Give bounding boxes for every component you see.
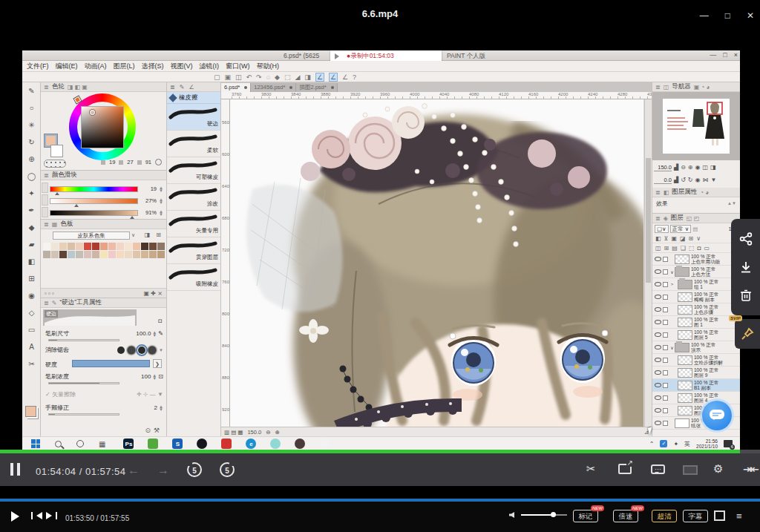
tray-chevron-icon[interactable]: ⌃ xyxy=(649,441,655,447)
layer-row[interactable]: 100 % 正常 B1 副本 xyxy=(652,379,740,392)
download-icon[interactable] xyxy=(739,260,753,274)
layer-checkbox[interactable] xyxy=(663,320,668,325)
hardness-expand-button[interactable]: ❯ xyxy=(153,359,162,368)
layer-checkbox[interactable] xyxy=(663,395,668,401)
chevron-down-icon[interactable]: ∨ xyxy=(131,232,135,238)
collapse-panel-icon[interactable]: ⇥⇤ xyxy=(743,463,757,475)
color-swatch[interactable] xyxy=(117,243,124,250)
color-swatch[interactable] xyxy=(43,251,50,258)
stepper-icon[interactable]: ▲▼ xyxy=(152,374,157,380)
slider-mode-tabs[interactable] xyxy=(42,183,48,217)
color-swatch[interactable] xyxy=(133,243,140,250)
snap-off-icon[interactable]: ∠ xyxy=(342,73,348,81)
menu-item[interactable]: 图层(L) xyxy=(114,62,135,71)
layer-thumbnail[interactable] xyxy=(675,343,689,352)
snap-curve-icon[interactable]: ∠ xyxy=(329,73,338,82)
layer-checkbox[interactable] xyxy=(663,332,668,338)
vector-erase-options[interactable]: ✛ ⊹ — ▼ xyxy=(137,391,163,398)
zoom-in-icon[interactable]: ⊕ xyxy=(688,164,693,171)
tool-property-footer-icons[interactable]: ⊙⚒ xyxy=(145,427,163,434)
layer-visibility-eye-icon[interactable] xyxy=(655,395,661,400)
menu-item[interactable]: 窗口(W) xyxy=(226,62,250,71)
color-swatch[interactable] xyxy=(51,243,59,250)
actual-size-icon[interactable]: ◨ xyxy=(710,164,716,171)
layer-checkbox[interactable] xyxy=(663,269,668,275)
forward-5s-button[interactable]: 5 xyxy=(220,462,235,477)
color-swatch[interactable] xyxy=(100,251,108,258)
layer-visibility-eye-icon[interactable] xyxy=(655,408,661,413)
text-tool-icon[interactable]: A xyxy=(22,338,41,355)
layer-thumbnail[interactable] xyxy=(678,355,692,365)
stepper-icon[interactable]: ▲▼ xyxy=(727,201,736,206)
layer-checkbox[interactable] xyxy=(663,408,668,413)
fullscreen-icon[interactable] xyxy=(714,510,725,521)
menu-item[interactable]: 动画(A) xyxy=(85,62,107,71)
fit-screen-icon[interactable]: ◫ xyxy=(703,164,709,171)
statusbar-icons[interactable]: ▥ ▤ ▦ xyxy=(224,429,243,436)
menu-item[interactable]: 滤镜(I) xyxy=(200,62,220,71)
redo-icon[interactable]: ↷ xyxy=(256,73,262,81)
layer-property-tab[interactable]: 图层属性 xyxy=(672,188,697,197)
tab-close-dot-icon[interactable] xyxy=(244,86,247,89)
deselect-icon[interactable]: ◌ xyxy=(266,73,270,81)
speaker-icon[interactable] xyxy=(335,53,342,59)
menu-item[interactable]: 编辑(E) xyxy=(56,62,78,71)
layer-visibility-eye-icon[interactable] xyxy=(655,370,661,375)
playlist-icon[interactable]: ≡ xyxy=(736,510,742,522)
layer-thumbnail[interactable] xyxy=(678,406,692,416)
notification-icon[interactable]: 6 xyxy=(724,440,733,447)
zoom-reset-icon[interactable]: ◉ xyxy=(695,164,701,171)
zoom-out-icon[interactable]: ⊖ xyxy=(266,429,270,436)
layer-row[interactable]: 100 % 正常 梅梅 副本 xyxy=(652,291,740,303)
export-icon[interactable] xyxy=(618,464,632,474)
brush-tool-icon[interactable]: ◆ xyxy=(22,219,41,236)
pen-pressure-icon[interactable]: ✎ xyxy=(158,330,163,337)
subtool-item[interactable]: 贯穿图层 xyxy=(167,237,220,264)
taskbar-app-icon[interactable] xyxy=(148,439,158,449)
rewind-5s-button[interactable]: 5 xyxy=(187,462,202,477)
taskbar-app-icon[interactable] xyxy=(270,439,281,449)
step-back-icon[interactable]: ← xyxy=(128,464,140,477)
layer-row[interactable]: 100 % 正常 图层 5 xyxy=(652,329,740,341)
color-sliders-tab[interactable]: 颜色滑块 xyxy=(52,171,77,180)
stepper-icon[interactable]: ▲▼ xyxy=(159,210,163,216)
color-swatch[interactable] xyxy=(84,251,91,258)
navigator-zoom-value[interactable]: 150.0 xyxy=(654,164,672,171)
swatch-tab[interactable]: 色板 xyxy=(60,220,73,229)
color-swatch[interactable] xyxy=(76,243,83,250)
start-button-icon[interactable] xyxy=(31,439,40,448)
transparent-color-chip[interactable] xyxy=(44,160,66,168)
close-icon[interactable]: ✕ xyxy=(747,10,754,21)
panel-menu-icon[interactable]: ≣ xyxy=(44,172,49,179)
layer-checkbox[interactable] xyxy=(663,421,668,426)
sat-slider[interactable] xyxy=(50,198,138,204)
color-swatch[interactable] xyxy=(157,243,165,250)
color-swatch[interactable] xyxy=(68,243,75,250)
zoom-tool-icon[interactable]: ○ xyxy=(22,99,41,116)
move-tool-icon[interactable]: ⊕ xyxy=(22,151,41,168)
color-swatch[interactable] xyxy=(59,243,67,250)
zoom-out-icon[interactable]: ⊖ xyxy=(681,164,686,171)
pen-tool-icon[interactable]: ✎ xyxy=(22,82,41,99)
gradient-icon[interactable]: ◢ xyxy=(295,73,300,81)
layer-checkbox[interactable] xyxy=(663,257,668,262)
menu-item[interactable]: 帮助(H) xyxy=(257,62,280,71)
document-tab[interactable]: 123456.psd* xyxy=(251,83,296,92)
gear-icon[interactable]: ⚙ xyxy=(713,462,723,476)
val-slider[interactable] xyxy=(50,210,138,216)
paint-restore-icon[interactable]: □ xyxy=(723,51,727,59)
open-file-icon[interactable]: ▣ xyxy=(225,73,232,81)
save-icon[interactable]: ◫ xyxy=(235,73,242,81)
layer-visibility-eye-icon[interactable] xyxy=(655,282,661,286)
color-swatch[interactable] xyxy=(100,243,108,250)
volume-icon[interactable] xyxy=(509,512,514,518)
lasso-tool-icon[interactable]: ◯ xyxy=(22,168,41,185)
navigator-tab[interactable]: 导航器 xyxy=(672,82,691,91)
layer-visibility-eye-icon[interactable] xyxy=(655,421,661,425)
foreground-color-chip[interactable] xyxy=(25,406,36,417)
hardness-slider[interactable] xyxy=(72,360,150,367)
share-icon[interactable] xyxy=(739,232,753,246)
color-swatch[interactable] xyxy=(59,251,67,258)
antialias-options[interactable]: ▼ xyxy=(117,347,163,354)
layer-checkbox[interactable] xyxy=(663,307,668,312)
